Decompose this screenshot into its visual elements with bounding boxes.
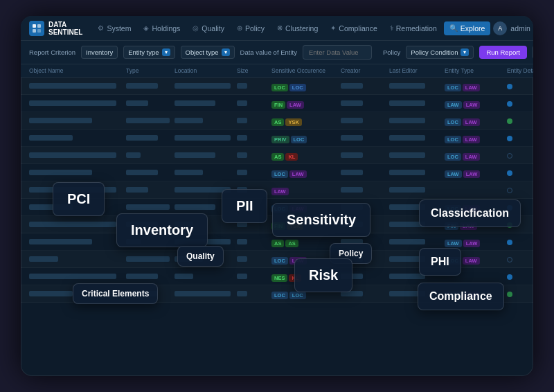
cell-entity-type: LOCLAW — [445, 80, 507, 92]
overlay-pii: PII — [222, 189, 267, 223]
entity-type-select[interactable]: Entity type ▾ — [123, 46, 175, 59]
tag-badge: FIN — [271, 101, 285, 109]
table-row: FINLAWLAWLAW — [21, 95, 533, 112]
quality-nav-label: Quality — [202, 24, 224, 33]
entity-type-badge: LOC — [445, 118, 461, 126]
nav-item-holdings[interactable]: ◈Holdings — [138, 21, 186, 35]
cell-entity-type: LOCLAW — [445, 114, 507, 127]
cell-size — [237, 135, 271, 141]
entity-type-badge: LOC — [445, 84, 461, 91]
col-header-creator: Creator — [341, 67, 389, 74]
cell-entity-detail — [507, 184, 533, 196]
cell-entity-detail — [507, 132, 533, 144]
cell-entity-detail — [507, 166, 533, 179]
detail-dot — [507, 136, 512, 141]
policy-label: Policy — [383, 48, 400, 56]
tag-badge: LAW — [271, 188, 289, 195]
object-type-select[interactable]: Object type ▾ — [181, 46, 235, 59]
navbar: DATA SENTINEL ⚙System◈Holdings◎Quality⊕P… — [21, 16, 533, 41]
table-row: ASYSKLOCLAW — [21, 112, 533, 130]
col-header-last-editor: Last Editor — [389, 67, 445, 74]
object-type-tag: ▾ — [222, 48, 230, 56]
cell-creator — [341, 170, 389, 175]
tag-badge: NES — [271, 274, 287, 282]
overlay-pci: PCI — [53, 182, 105, 216]
entity-type-badge2: LAW — [463, 240, 481, 247]
cell-size — [237, 256, 271, 262]
cell-type — [126, 187, 175, 193]
cell-entity-type: LOCLAW — [445, 149, 507, 161]
explore-nav-label: Explore — [461, 24, 485, 33]
cell-type — [126, 118, 175, 123]
nav-item-system[interactable]: ⚙System — [92, 21, 136, 35]
cell-creator — [341, 100, 389, 106]
cell-entity-type: LOCLAW — [445, 132, 507, 144]
entity-type-badge2: LAW — [463, 136, 480, 143]
nav-item-compliance[interactable]: ✦Compliance — [325, 21, 382, 35]
tag-badge: AS — [271, 118, 284, 126]
detail-dot — [507, 240, 512, 245]
cell-size — [237, 83, 271, 89]
col-header-location: Location — [175, 67, 237, 74]
system-nav-label: System — [107, 24, 131, 33]
entity-type-badge2: LAW — [463, 257, 480, 265]
table-row: PRIVLOCLOCLAW — [21, 130, 533, 147]
cell-name — [29, 118, 126, 123]
nav-item-policy[interactable]: ⊕Policy — [231, 21, 270, 35]
cell-entity-detail — [507, 97, 533, 109]
detail-dot — [507, 170, 512, 176]
nav-item-clustering[interactable]: ❋Clustering — [271, 21, 323, 35]
entity-type-badge2: LAW — [463, 118, 480, 126]
cell-entity-detail — [507, 287, 533, 300]
cell-location — [175, 291, 237, 296]
logo-icon — [29, 21, 44, 36]
cell-name — [29, 256, 126, 262]
nav-item-quality[interactable]: ◎Quality — [187, 21, 230, 35]
clustering-nav-icon: ❋ — [277, 24, 283, 32]
export-csv-button[interactable]: Export to CSV — [533, 45, 533, 60]
avatar: A — [493, 21, 507, 35]
detail-dot — [507, 153, 512, 159]
entity-type-label: Entity type — [128, 48, 159, 56]
cell-creator — [341, 187, 389, 193]
col-header-entity-detail: Entity Detail — [507, 67, 533, 74]
data-value-input[interactable] — [303, 45, 372, 60]
cell-type — [126, 135, 175, 141]
svg-rect-1 — [37, 24, 41, 28]
tag-badge: KL — [285, 153, 298, 161]
svg-rect-3 — [37, 29, 41, 33]
cell-size — [237, 152, 271, 158]
policy-condition-select[interactable]: Policy Condition ▾ — [406, 46, 474, 59]
nav-items: ⚙System◈Holdings◎Quality⊕Policy❋Clusteri… — [92, 21, 490, 35]
toolbar: Report Criterion Inventory Entity type ▾… — [21, 41, 533, 64]
run-report-button[interactable]: Run Report — [479, 46, 527, 59]
cell-type — [126, 256, 175, 262]
table-area: Object NameTypeLocationSizeSensitive Occ… — [21, 64, 533, 376]
tag-badge: LOC — [291, 136, 307, 143]
cell-location — [175, 135, 237, 141]
cell-size — [237, 118, 271, 123]
inventory-label: Inventory — [86, 48, 113, 56]
cell-location — [175, 118, 237, 123]
inventory-select[interactable]: Inventory — [81, 46, 118, 59]
cell-editor — [389, 135, 445, 141]
cell-entity-detail — [507, 149, 533, 161]
cell-sensitive: LOCLAW — [271, 166, 341, 179]
table-row: LOCLOCLOCLAW — [21, 78, 533, 95]
cell-editor — [389, 83, 445, 89]
cell-location — [175, 274, 237, 279]
cell-creator — [341, 83, 389, 89]
nav-user[interactable]: A admin — [493, 21, 530, 35]
cell-entity-type: LAWLAW — [445, 235, 507, 248]
detail-dot — [507, 118, 512, 124]
policy-nav-icon: ⊕ — [237, 24, 242, 32]
detail-dot — [507, 188, 512, 193]
remediation-nav-label: Remediation — [396, 24, 437, 33]
cell-name — [29, 83, 126, 89]
nav-item-explore[interactable]: 🔍Explore — [444, 21, 491, 35]
nav-item-remediation[interactable]: ⚕Remediation — [384, 21, 443, 35]
cell-type — [126, 204, 175, 210]
entity-type-badge: LAW — [445, 170, 462, 178]
overlay-classification: Classicfication — [419, 199, 521, 227]
cell-entity-type: LAWLAW — [445, 97, 507, 109]
